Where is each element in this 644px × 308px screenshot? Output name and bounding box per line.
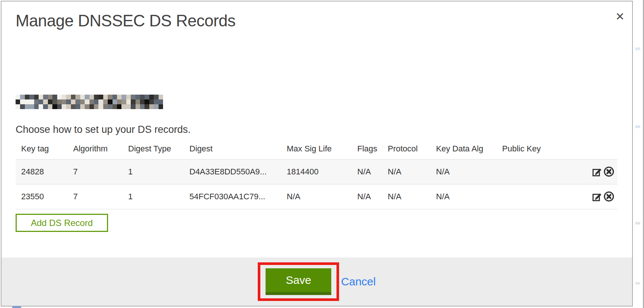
redaction-pixel (71, 99, 75, 104)
add-ds-record-button[interactable]: Add DS Record (16, 214, 108, 232)
redaction-pixel (113, 104, 117, 109)
redaction-pixel (16, 95, 20, 99)
redaction-pixel (154, 104, 158, 109)
cell-key-tag: 23550 (16, 184, 68, 209)
edit-record-button[interactable] (591, 166, 603, 177)
redaction-pixel (117, 95, 121, 99)
redaction-pixel (103, 104, 108, 109)
redaction-pixel (52, 95, 57, 99)
cancel-link[interactable]: Cancel (341, 275, 375, 288)
save-button[interactable]: Save (266, 268, 331, 295)
redaction-pixel (149, 99, 154, 104)
redaction-pixel (29, 99, 34, 104)
cell-protocol: N/A (382, 184, 430, 209)
cell-public-key (497, 159, 585, 184)
redaction-pixel (43, 104, 48, 109)
redaction-pixel (16, 99, 20, 104)
redaction-pixel (25, 99, 29, 104)
redaction-pixel (25, 95, 29, 99)
redaction-pixel (159, 95, 163, 99)
cell-digest: 54FCF030AA1C79... (184, 184, 281, 209)
redaction-pixel (154, 99, 158, 104)
background-page-sliver (633, 0, 644, 308)
table-header-row: Key tag Algorithm Digest Type Digest Max… (16, 138, 617, 160)
cell-key-data-alg: N/A (430, 159, 497, 184)
delete-circle-x-icon (603, 198, 615, 203)
delete-record-button[interactable] (603, 191, 615, 202)
annotation-highlight-rectangle: Save (258, 262, 339, 301)
redaction-pixel (121, 99, 126, 104)
redaction-pixel (34, 104, 39, 109)
cell-digest-type: 1 (123, 159, 184, 184)
redaction-pixel (140, 99, 144, 104)
dialog-body: Manage DNSSEC DS Records ✕ Choose how to… (1, 1, 632, 258)
cell-max-sig-life: 1814400 (281, 159, 352, 184)
redaction-pixel (52, 99, 57, 104)
redaction-pixel (90, 99, 94, 104)
column-header-key-tag: Key tag (16, 138, 68, 160)
redaction-pixel (34, 99, 39, 104)
redaction-pixel (94, 99, 98, 104)
cell-algorithm: 7 (68, 159, 123, 184)
redaction-pixel (126, 99, 131, 104)
column-header-algorithm: Algorithm (68, 138, 123, 160)
redaction-pixel (62, 95, 66, 99)
redaction-pixel (131, 104, 135, 109)
redaction-pixel (25, 104, 29, 109)
redaction-pixel (126, 104, 131, 109)
delete-record-button[interactable] (603, 166, 615, 177)
column-header-digest-type: Digest Type (123, 138, 184, 160)
edit-record-button[interactable] (591, 191, 603, 202)
redaction-pixel (154, 95, 158, 99)
close-button[interactable]: ✕ (612, 10, 628, 24)
redaction-pixel (20, 95, 25, 99)
table-row: 24828 7 1 D4A33E8DD550A9... 1814400 N/A … (16, 159, 617, 184)
redaction-pixel (108, 95, 112, 99)
redaction-pixel (43, 99, 48, 104)
dialog-title: Manage DNSSEC DS Records (16, 11, 617, 31)
redaction-pixel (20, 99, 25, 104)
redaction-pixel (48, 104, 52, 109)
cell-key-tag: 24828 (16, 159, 68, 184)
cell-digest: D4A33E8DD550A9... (184, 159, 281, 184)
redacted-domain (16, 95, 163, 109)
redaction-pixel (136, 104, 140, 109)
redaction-pixel (71, 95, 75, 99)
redaction-pixel (71, 104, 75, 109)
redaction-pixel (136, 99, 140, 104)
column-header-digest: Digest (184, 138, 281, 160)
column-header-max-sig-life: Max Sig Life (281, 138, 352, 160)
redaction-pixel (140, 95, 144, 99)
redaction-pixel (121, 104, 126, 109)
redaction-pixel (39, 104, 43, 109)
redaction-pixel (39, 99, 43, 104)
redaction-pixel (20, 104, 25, 109)
redaction-pixel (29, 104, 34, 109)
redaction-pixel (94, 95, 98, 99)
delete-circle-x-icon (603, 173, 615, 178)
redaction-pixel (136, 95, 140, 99)
redaction-pixel (126, 95, 131, 99)
cell-flags: N/A (352, 184, 382, 209)
redaction-pixel (34, 95, 39, 99)
column-header-protocol: Protocol (382, 138, 430, 160)
redaction-pixel (113, 99, 117, 104)
redaction-pixel (159, 99, 163, 104)
redaction-pixel (66, 104, 71, 109)
column-header-key-data-alg: Key Data Alg (430, 138, 497, 160)
column-header-flags: Flags (352, 138, 382, 160)
redaction-pixel (57, 99, 62, 104)
cell-flags: N/A (352, 159, 382, 184)
cell-protocol: N/A (382, 159, 430, 184)
dnssec-ds-records-dialog: Manage DNSSEC DS Records ✕ Choose how to… (1, 1, 633, 307)
redaction-pixel (117, 99, 121, 104)
redaction-pixel (85, 95, 89, 99)
redaction-pixel (43, 95, 48, 99)
dialog-footer: Save Cancel (1, 258, 632, 306)
redaction-pixel (98, 99, 103, 104)
redaction-pixel (75, 95, 80, 99)
redaction-pixel (121, 95, 126, 99)
redaction-pixel (75, 104, 80, 109)
column-header-public-key: Public Key (497, 138, 585, 160)
redaction-pixel (16, 104, 20, 109)
